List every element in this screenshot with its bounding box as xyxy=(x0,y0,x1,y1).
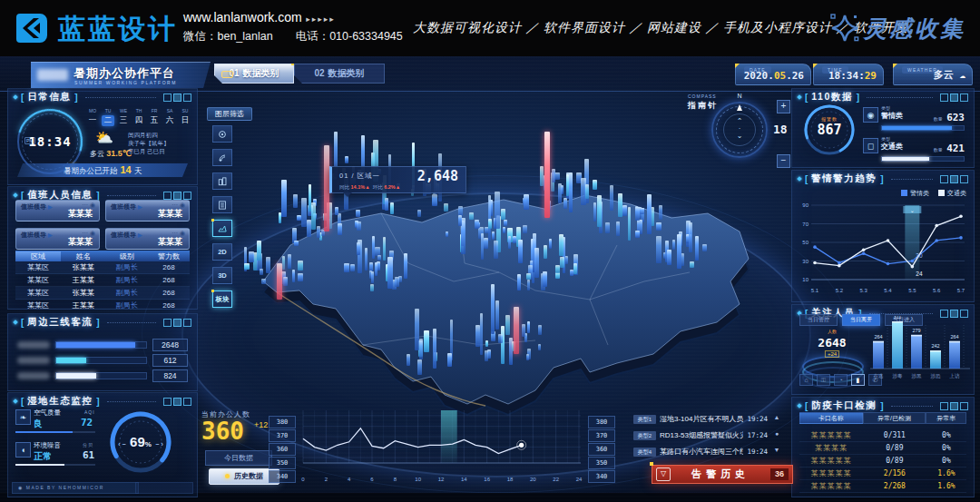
panel-window-controls[interactable] xyxy=(940,402,968,410)
arrow-icons: ▸▸▸▸▸ xyxy=(306,15,336,24)
col-header[interactable]: 异常率 xyxy=(926,412,966,424)
tool-button-2D[interactable]: 2D xyxy=(212,243,232,261)
table-row[interactable]: 某某区王某某副局长268 xyxy=(15,274,190,287)
tool-button-板块[interactable]: 板块 xyxy=(212,290,232,308)
col-header[interactable]: 级别 xyxy=(106,251,148,261)
y-axis-label: 360 xyxy=(269,443,296,456)
flow-bar-row: 824 xyxy=(17,370,188,381)
weekday-su[interactable]: SU日 xyxy=(179,108,191,126)
checkpoint-row[interactable]: 某某某某某0/3110% xyxy=(799,428,966,442)
col-header[interactable]: 异常/已检测 xyxy=(863,412,926,424)
checkpoint-row[interactable]: 某某某某某2/1561.6% xyxy=(799,467,966,480)
website-link[interactable]: www.lanlanwork.com xyxy=(183,10,302,25)
redacted-line-label xyxy=(17,357,50,364)
city-3d-map[interactable] xyxy=(227,136,762,445)
notice-days: 14 xyxy=(120,164,131,175)
svg-text:50: 50 xyxy=(802,240,808,245)
zoom-in-button[interactable]: + xyxy=(777,100,790,113)
table-row[interactable]: 某某区王某某副局长268 xyxy=(15,300,190,310)
alarm-type-name: 类型交通类 xyxy=(881,136,903,152)
table-cell: 王某某 xyxy=(61,300,106,310)
col-header[interactable]: 区域 xyxy=(15,251,61,261)
duty-leader-card[interactable]: 值班领导▶⋯ ◉某某某 xyxy=(15,200,100,221)
checkpoint-row[interactable]: 某某某某某2/2681.6% xyxy=(799,479,966,493)
building-tool-button[interactable] xyxy=(212,172,232,190)
compass[interactable]: N ⌃·⌄ xyxy=(711,102,768,158)
table-cell: 某某区 xyxy=(15,288,61,298)
zoom-out-button[interactable]: − xyxy=(777,154,790,168)
tab-data-category-01[interactable]: 01数据类别 xyxy=(214,64,294,84)
table-row[interactable]: 某某区张某某副局长268 xyxy=(15,261,190,274)
logo-text: 蓝蓝设计 xyxy=(58,11,178,48)
panel-window-controls[interactable] xyxy=(163,192,191,200)
panel-window-controls[interactable] xyxy=(163,319,191,327)
focus-gauge-label: 人数 xyxy=(799,329,865,334)
car-icon[interactable]: ⌂ xyxy=(799,374,813,386)
duty-leader-card[interactable]: 值班领导▶⋯ ◉某某某 xyxy=(15,228,100,250)
focus-bar-chart[interactable]: 264在逃311涉毒279涉黑242涉恐264上访 xyxy=(870,316,970,389)
panel-title: 警情警力趋势 xyxy=(811,172,877,185)
scroll-up-icon[interactable]: ▲ xyxy=(772,414,781,420)
svg-text:2: 2 xyxy=(325,477,328,482)
weather-value: 多云 xyxy=(934,69,954,81)
marker-tool-button[interactable] xyxy=(212,125,232,143)
date-day: 26 xyxy=(792,70,804,82)
tool-button-3D[interactable]: 3D xyxy=(212,267,232,284)
document-tool-button[interactable] xyxy=(212,196,232,213)
tab-data-category-02[interactable]: 02数据类别 xyxy=(294,64,385,84)
alarm-type-bar xyxy=(881,125,965,131)
trend-line-chart[interactable]: 9070503010⌄30245.15.25.35.45.55.65.7 xyxy=(796,200,970,300)
weekday-we[interactable]: WE三 xyxy=(117,108,130,126)
svg-text:24: 24 xyxy=(576,477,583,482)
layer-filter-title: 图层筛选 xyxy=(207,107,252,121)
date-widget: DATE 2020.05.26 xyxy=(735,64,811,85)
panel-window-controls[interactable] xyxy=(940,94,968,102)
table-row[interactable]: 某某区张某某副局长268 xyxy=(15,287,190,300)
panel-window-controls[interactable] xyxy=(163,94,191,102)
signal-tool-button[interactable] xyxy=(212,149,232,166)
svg-text:24: 24 xyxy=(916,271,923,277)
bar-chart-tool-button[interactable] xyxy=(212,220,232,237)
weekday-tu[interactable]: TU二 xyxy=(102,108,114,126)
office-line-chart[interactable]: 024681012141618202224 xyxy=(299,407,584,490)
panel-passenger-flow: [ 周边三线客流] 2648612824 xyxy=(7,313,198,391)
key-icon[interactable]: ⚿ xyxy=(817,374,830,386)
checkpoint-row[interactable]: 某某某某某0/890% xyxy=(799,454,966,468)
alarm-history-banner[interactable]: ▽ 告警历史 36 xyxy=(652,465,793,484)
site-info: www.lanlanwork.com ▸▸▸▸▸ xyxy=(183,9,336,25)
noise-value: 61 xyxy=(83,449,94,461)
person-icon[interactable]: ◔ xyxy=(834,374,848,386)
weekday-fr[interactable]: FR五 xyxy=(148,108,161,126)
lanlan-logo-icon xyxy=(15,10,51,46)
noise-label: 环境噪音 xyxy=(34,441,61,450)
scroll-dot-icon[interactable]: ● xyxy=(772,430,781,437)
table-cell: 268 xyxy=(148,301,190,310)
alarm-history-label: 告警历史 xyxy=(671,468,770,481)
weekday-sa[interactable]: SA六 xyxy=(163,108,176,126)
alert-row[interactable]: 类型1湿地3-104片区有不明人员闯入19:24 xyxy=(633,412,768,426)
checkpoint-row[interactable]: 某某某某0/890% xyxy=(799,441,966,455)
tooltip-value: 2,648 xyxy=(417,168,458,184)
battery-icon[interactable]: ▮ xyxy=(851,374,865,386)
col-header[interactable]: 姓名 xyxy=(61,251,106,261)
duty-leader-card[interactable]: 值班领导▶⋯ ◉某某某 xyxy=(105,200,190,221)
alert-row[interactable]: 类型4某路口有小汽车连闯三个红灯19:24 xyxy=(633,445,768,458)
y-axis-label: 350 xyxy=(269,457,296,469)
svg-text:0: 0 xyxy=(301,477,305,482)
col-header[interactable]: 卡口名称 xyxy=(799,412,863,424)
panel-eco-monitor: [ 湿地生态监控] ❧ 空气质量 良 AQI 72 ◖ 环境噪音 正常 分贝 6… xyxy=(7,392,198,497)
alert-row[interactable]: 类型2RD13-53烟感报警疑似火灾17:24 xyxy=(633,428,768,442)
notice-suffix: 天 xyxy=(134,166,142,175)
redacted-line-label xyxy=(17,372,50,379)
weekday-th[interactable]: TH四 xyxy=(132,108,145,126)
panel-window-controls[interactable] xyxy=(940,175,968,183)
scroll-down-icon[interactable]: ▼ xyxy=(772,447,781,453)
panel-window-controls[interactable] xyxy=(163,398,191,406)
today-data-button[interactable]: 今日数据 xyxy=(205,450,272,466)
col-header[interactable]: 警力数 xyxy=(148,251,190,261)
lunar-line: 庚子年【鼠年】 xyxy=(128,139,170,147)
y-axis-labels-right: 380370360350340 xyxy=(588,416,615,484)
duty-leader-card[interactable]: 值班领导▶⋯ ◉某某某 xyxy=(105,228,190,250)
alert-tag: 类型4 xyxy=(633,448,656,457)
weekday-mo[interactable]: MO一 xyxy=(86,108,99,126)
